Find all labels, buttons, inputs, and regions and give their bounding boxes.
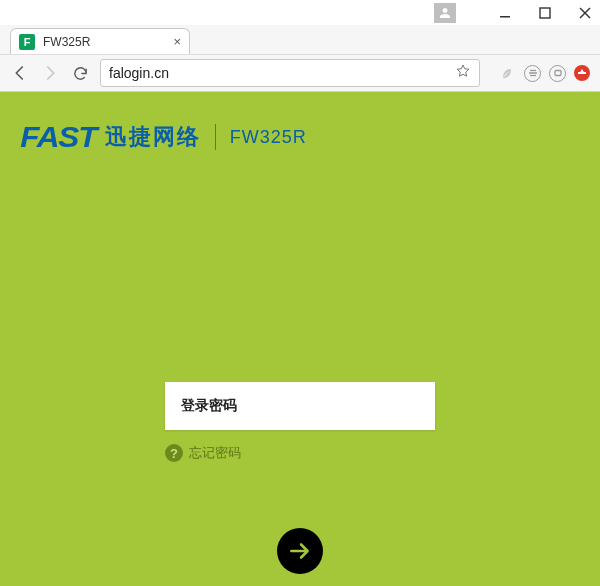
forward-button[interactable] (40, 63, 60, 83)
extension-circle-icon-1[interactable] (524, 65, 541, 82)
extension-leaf-icon[interactable] (498, 64, 516, 82)
extension-icons (498, 64, 590, 82)
reload-button[interactable] (70, 63, 90, 83)
extension-circle-icon-2[interactable] (549, 65, 566, 82)
tab-strip: F FW325R × (0, 26, 600, 54)
page-viewport: FAST 迅捷网络 FW325R 登录密码 ? 忘记密码 (0, 92, 600, 586)
url-input[interactable] (109, 65, 449, 81)
bookmark-star-icon[interactable] (455, 63, 471, 83)
browser-tab[interactable]: F FW325R × (10, 28, 190, 54)
submit-button[interactable] (277, 528, 323, 574)
brand-chinese: 迅捷网络 (105, 122, 201, 152)
browser-toolbar (0, 54, 600, 92)
help-icon: ? (165, 444, 183, 462)
tab-close-icon[interactable]: × (173, 34, 181, 49)
maximize-icon[interactable] (536, 4, 554, 22)
brand-logo: FAST (20, 120, 96, 154)
arrow-right-icon (287, 538, 313, 564)
svg-rect-0 (500, 16, 510, 18)
password-label: 登录密码 (181, 397, 237, 415)
tab-favicon-icon: F (19, 34, 35, 50)
brand-divider (215, 124, 216, 150)
login-area: 登录密码 ? 忘记密码 (165, 382, 435, 462)
password-input[interactable]: 登录密码 (165, 382, 435, 430)
forgot-password-link[interactable]: ? 忘记密码 (165, 444, 435, 462)
tab-title: FW325R (43, 35, 90, 49)
user-account-icon[interactable] (434, 3, 456, 23)
window-titlebar (0, 0, 600, 26)
brand-header: FAST 迅捷网络 FW325R (22, 120, 307, 154)
svg-rect-7 (555, 71, 561, 76)
forgot-password-label: 忘记密码 (189, 444, 241, 462)
back-button[interactable] (10, 63, 30, 83)
svg-rect-1 (540, 8, 550, 18)
minimize-icon[interactable] (496, 4, 514, 22)
address-bar[interactable] (100, 59, 480, 87)
extension-red-icon[interactable] (574, 65, 590, 81)
device-model: FW325R (230, 127, 307, 148)
close-icon[interactable] (576, 4, 594, 22)
